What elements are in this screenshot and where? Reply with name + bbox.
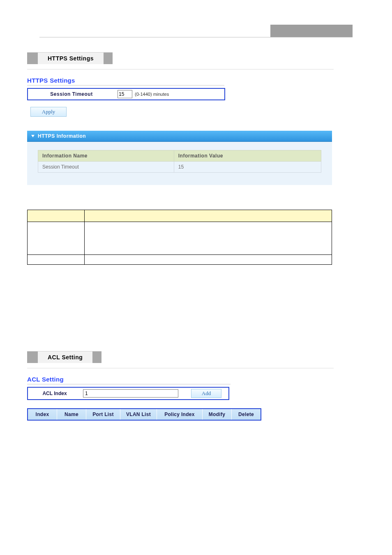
title-bar-right-block: [104, 53, 113, 64]
info-row-value: 15: [174, 162, 321, 173]
acl-header-vlanlist: VLAN List: [120, 409, 157, 420]
session-timeout-input[interactable]: [118, 90, 132, 98]
desc-cell: [85, 255, 332, 265]
acl-header-index: Index: [28, 409, 57, 420]
https-section-title: HTTPS Settings: [38, 53, 104, 64]
subheading-rule: [27, 384, 231, 384]
title-bar-left-block: [27, 352, 38, 363]
desc-cell: [28, 255, 85, 265]
add-button[interactable]: Add: [191, 389, 221, 398]
section-divider: [27, 368, 334, 368]
session-timeout-value-cell: (0-1440) minutes: [115, 89, 173, 99]
acl-header-name: Name: [57, 409, 86, 420]
https-information-header[interactable]: HTTPS Information: [27, 131, 332, 142]
session-timeout-row: Session Timeout (0-1440) minutes: [27, 88, 225, 100]
acl-list-header-row: Index Name Port List VLAN List Policy In…: [27, 408, 261, 421]
desc-th-right: [85, 210, 332, 222]
https-information-table: Information Name Information Value Sessi…: [38, 150, 321, 173]
info-row-name: Session Timeout: [38, 162, 174, 173]
acl-index-label: ACL Index: [28, 388, 81, 399]
acl-section-title-bar: ACL Setting: [27, 351, 101, 363]
acl-section-title: ACL Setting: [38, 352, 92, 363]
acl-header-portlist: Port List: [86, 409, 120, 420]
table-row: Session Timeout 15: [38, 162, 321, 173]
object-description-table: [27, 210, 332, 265]
caret-down-icon: [31, 135, 35, 137]
session-timeout-label: Session Timeout: [28, 89, 115, 99]
https-information-panel: HTTPS Information Information Name Infor…: [27, 131, 332, 185]
acl-index-row: ACL Index Add: [27, 387, 229, 400]
top-rule: [39, 25, 353, 37]
info-table-header-name: Information Name: [38, 150, 174, 162]
desc-cell: [28, 222, 85, 255]
top-gray-block: [270, 25, 353, 37]
https-section-title-bar: HTTPS Settings: [27, 52, 113, 64]
info-table-header-value: Information Value: [174, 150, 321, 162]
https-settings-subheading: HTTPS Settings: [27, 77, 367, 84]
desc-cell: [85, 222, 332, 255]
title-bar-left-block: [27, 53, 38, 64]
acl-index-input[interactable]: [83, 389, 178, 398]
subheading-rule: [27, 85, 224, 86]
acl-header-delete: Delete: [232, 409, 261, 420]
desc-th-left: [28, 210, 85, 222]
acl-header-policyindex: Policy Index: [157, 409, 203, 420]
section-divider: [27, 69, 334, 69]
https-information-title: HTTPS Information: [38, 133, 86, 139]
title-bar-right-block: [92, 352, 101, 363]
acl-header-modify: Modify: [203, 409, 232, 420]
acl-setting-subheading: ACL Setting: [27, 376, 367, 383]
apply-button[interactable]: Apply: [30, 107, 67, 117]
session-timeout-hint: (0-1440) minutes: [135, 92, 169, 97]
